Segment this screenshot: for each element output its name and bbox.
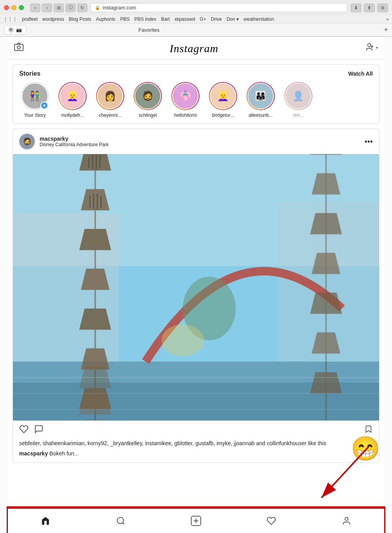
story-item-schlingel[interactable]: 🧔 schlingel <box>132 82 163 118</box>
ren-avatar-wrap: 👤 <box>284 82 312 110</box>
post-user-info: macsparky Disney California Adventure Pa… <box>40 136 360 147</box>
like-button[interactable] <box>19 424 29 436</box>
bookmark-pbs[interactable]: PBS <box>120 16 130 22</box>
svg-rect-47 <box>13 154 379 421</box>
stories-header: Stories Watch All <box>19 70 373 77</box>
tab-icon: 📷 <box>16 27 22 33</box>
svg-rect-0 <box>15 44 23 51</box>
url-text: instagram.com <box>103 5 136 11</box>
bookmark-gplus[interactable]: G+ <box>200 16 206 22</box>
hellohitomi-avatar: 👘 <box>172 83 199 109</box>
bottom-navigation <box>8 508 384 533</box>
bridgetur-avatar: 👱‍♀️ <box>210 83 236 109</box>
story-name-your-story: Your Story <box>24 112 46 118</box>
post-image <box>13 154 379 421</box>
bookmark-grid[interactable]: ⋮⋮⋮ <box>3 16 17 22</box>
svg-line-49 <box>321 447 368 498</box>
browser-nav: ‹ › ⊞ ⓘ ↻ <box>30 4 87 12</box>
post-header: 🧔 macsparky Disney California Adventure … <box>13 129 379 154</box>
close-window-button[interactable] <box>4 5 9 10</box>
bookmark-pbs-index[interactable]: PBS index <box>134 16 156 22</box>
browser-titlebar: ‹ › ⊞ ⓘ ↻ 🔒 instagram.com ⬇ ⬆ ⧉ <box>0 0 392 15</box>
story-item-ren[interactable]: 👤 ren... <box>283 82 314 118</box>
nav-profile-button[interactable] <box>309 516 384 526</box>
minimize-window-button[interactable] <box>11 5 16 10</box>
bookmark-button[interactable] <box>364 425 373 436</box>
story-item-hellohitomi[interactable]: 👘 hellohitomi <box>170 82 201 118</box>
tab-add-button[interactable]: + <box>384 26 388 34</box>
schlingel-avatar: 🧔 <box>134 83 161 109</box>
alleesunb-avatar: 👨‍👩‍👧 <box>247 83 274 109</box>
fullscreen-window-button[interactable] <box>19 5 24 10</box>
story-item-bridgetur[interactable]: 👱‍♀️ bridgetur... <box>207 82 239 118</box>
likes-text: sebfeiler, shaheenkarimian, korny92, _br… <box>19 440 326 446</box>
story-name-schlingel: schlingel <box>139 112 157 118</box>
comment-button[interactable] <box>34 424 44 436</box>
arrow-annotation <box>298 439 384 509</box>
watch-all-button[interactable]: Watch All <box>348 71 373 77</box>
favorites-label: Favorites <box>138 27 159 33</box>
bridgetur-avatar-wrap: 👱‍♀️ <box>209 82 237 110</box>
stories-list: 👫 + Your Story 👱‍♀️ mollydefr... 👩 cheye… <box>19 82 373 118</box>
cheyenni-avatar: 👩 <box>97 83 123 109</box>
story-name-cheyenni: cheyenni... <box>99 112 122 118</box>
mollydefr-avatar: 👱‍♀️ <box>59 83 86 109</box>
back-button[interactable]: ‹ <box>30 4 40 12</box>
post-more-button[interactable]: ••• <box>365 137 373 146</box>
cheyenni-avatar-wrap: 👩 <box>96 82 124 110</box>
forward-button[interactable]: › <box>42 4 52 12</box>
nav-heart-button[interactable] <box>234 516 309 526</box>
story-name-ren: ren... <box>293 112 303 118</box>
bookmark-don[interactable]: Don ▾ <box>227 16 239 22</box>
nav-add-button[interactable] <box>158 516 234 526</box>
bookmark-weatherstation[interactable]: weatherstation <box>243 16 274 22</box>
bookmark-drive[interactable]: Drive <box>211 16 222 22</box>
browser-chrome: ‹ › ⊞ ⓘ ↻ 🔒 instagram.com ⬇ ⬆ ⧉ ⋮⋮⋮ podf… <box>0 0 392 37</box>
favorites-bar: ✕ 📷 Favorites + <box>0 24 392 36</box>
refresh-button[interactable]: ↻ <box>77 4 87 12</box>
post-user-avatar[interactable]: 🧔 <box>19 134 35 149</box>
story-name-mollydefr: mollydefr... <box>61 112 84 118</box>
camera-icon[interactable] <box>14 42 24 54</box>
story-name-bridgetur: bridgetur... <box>212 112 234 118</box>
sidebar-toggle-button[interactable]: ⊞ <box>54 4 64 12</box>
bookmark-bart[interactable]: Bart <box>161 16 170 22</box>
nav-home-button[interactable] <box>8 516 83 526</box>
story-name-alleesunb: alleesunb... <box>249 112 272 118</box>
story-item-cheyenni[interactable]: 👩 cheyenni... <box>94 82 126 118</box>
bookmark-podfeet[interactable]: podfeet <box>22 16 38 22</box>
post-section: 🧔 macsparky Disney California Adventure … <box>13 129 379 463</box>
bookmarks-more[interactable]: » <box>386 16 389 22</box>
add-story-button[interactable]: + <box>40 102 48 109</box>
stories-section: Stories Watch All 👫 + Your Story 👱‍♀️ mo… <box>13 64 379 124</box>
story-item-mollydefr[interactable]: 👱‍♀️ mollydefr... <box>57 82 88 118</box>
svg-line-51 <box>123 523 124 524</box>
post-actions <box>13 421 379 440</box>
bookmarks-bar: ⋮⋮⋮ podfeet wordpress Blog Posts Auphoni… <box>0 15 392 24</box>
add-user-button[interactable]: ● <box>365 42 378 54</box>
mollydefr-avatar-wrap: 👱‍♀️ <box>58 82 87 110</box>
bookmark-xkpasswd[interactable]: xkpasswd <box>174 16 195 22</box>
post-location[interactable]: Disney California Adventure Park <box>40 142 360 147</box>
story-item-alleesunb[interactable]: 👨‍👩‍👧 alleesunb... <box>245 82 276 118</box>
windows-button[interactable]: ⧉ <box>377 4 388 12</box>
tab-instagram[interactable]: ✕ 📷 <box>4 25 26 34</box>
header-actions: ● <box>365 42 378 54</box>
bookmark-blog-posts[interactable]: Blog Posts <box>69 16 91 22</box>
bookmark-auphonic[interactable]: Auphonic <box>96 16 116 22</box>
tab-close-button[interactable]: ✕ <box>8 27 14 33</box>
svg-point-1 <box>17 46 20 49</box>
download-button[interactable]: ⬇ <box>350 4 361 12</box>
svg-point-55 <box>345 517 348 520</box>
schlingel-avatar-wrap: 🧔 <box>134 82 162 110</box>
info-button[interactable]: ⓘ <box>65 4 76 12</box>
nav-search-button[interactable] <box>83 516 158 526</box>
share-button[interactable]: ⬆ <box>364 4 375 12</box>
post-username[interactable]: macsparky <box>40 136 360 142</box>
caption-username[interactable]: macsparky <box>19 450 48 457</box>
traffic-lights <box>4 5 24 10</box>
bookmark-wordpress[interactable]: wordpress <box>42 16 64 22</box>
lock-icon: 🔒 <box>95 5 100 10</box>
story-item-your-story[interactable]: 👫 + Your Story <box>19 82 51 118</box>
address-bar[interactable]: 🔒 instagram.com <box>91 3 347 12</box>
